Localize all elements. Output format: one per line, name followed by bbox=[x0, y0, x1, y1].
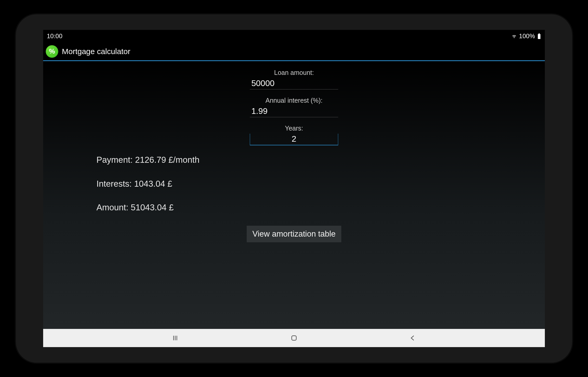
recent-apps-button[interactable] bbox=[167, 333, 183, 343]
device-frame: 10:00 100% % Mortgage calcula bbox=[0, 0, 588, 377]
status-time: 10:00 bbox=[47, 32, 62, 40]
app-title: Mortgage calculator bbox=[62, 47, 130, 56]
annual-interest-group: Annual interest (%): bbox=[43, 97, 545, 117]
navigation-bar bbox=[43, 329, 545, 347]
annual-interest-label: Annual interest (%): bbox=[265, 97, 323, 104]
content-area: Loan amount: Annual interest (%): Years:… bbox=[43, 61, 545, 329]
loan-amount-group: Loan amount: bbox=[43, 69, 545, 89]
status-right: 100% bbox=[511, 32, 541, 40]
tablet-body: 10:00 100% % Mortgage calcula bbox=[16, 14, 572, 363]
interests-result: Interests: 1043.04 £ bbox=[96, 179, 545, 189]
amount-result: Amount: 51043.04 £ bbox=[96, 202, 545, 213]
payment-result: Payment: 2126.79 £/month bbox=[96, 155, 545, 165]
svg-rect-1 bbox=[539, 33, 540, 34]
years-input[interactable] bbox=[250, 134, 338, 145]
battery-percent: 100% bbox=[519, 32, 535, 40]
view-amortization-button[interactable]: View amortization table bbox=[247, 226, 341, 242]
app-icon: % bbox=[46, 45, 58, 58]
screen: 10:00 100% % Mortgage calcula bbox=[43, 30, 545, 347]
svg-rect-5 bbox=[292, 336, 296, 340]
loan-amount-input[interactable] bbox=[250, 78, 338, 89]
years-group: Years: bbox=[43, 125, 545, 145]
svg-rect-0 bbox=[538, 34, 540, 39]
action-row: View amortization table bbox=[43, 226, 545, 242]
annual-interest-input[interactable] bbox=[250, 106, 338, 117]
app-bar: % Mortgage calculator bbox=[43, 42, 545, 61]
battery-icon bbox=[537, 33, 541, 39]
back-button[interactable] bbox=[405, 333, 421, 343]
status-bar: 10:00 100% bbox=[43, 30, 545, 42]
loan-amount-label: Loan amount: bbox=[274, 69, 314, 76]
years-label: Years: bbox=[285, 125, 303, 132]
results-block: Payment: 2126.79 £/month Interests: 1043… bbox=[96, 155, 545, 213]
home-button[interactable] bbox=[286, 333, 302, 343]
percent-icon: % bbox=[49, 47, 55, 55]
wifi-icon bbox=[511, 33, 517, 39]
